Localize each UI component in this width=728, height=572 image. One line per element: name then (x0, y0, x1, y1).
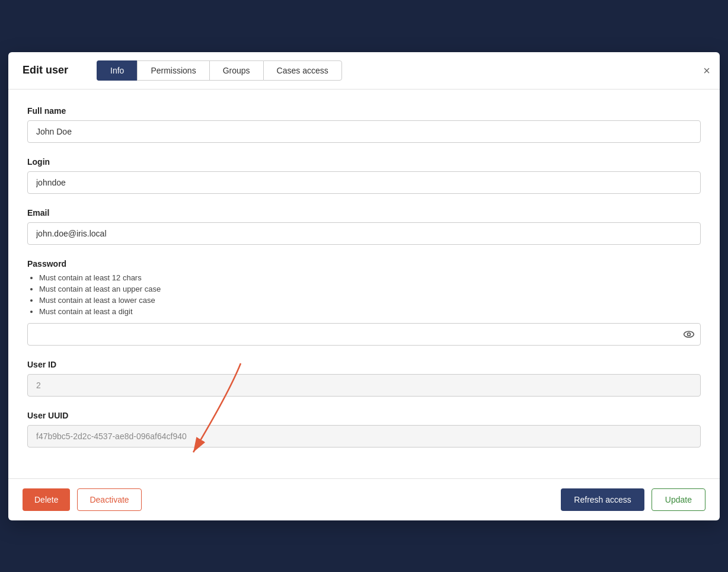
password-group: Password Must contain at least 12 chars … (27, 259, 701, 346)
close-button[interactable]: × (703, 65, 710, 76)
svg-point-1 (688, 333, 691, 335)
footer-right: Refresh access Update (561, 488, 705, 511)
delete-button[interactable]: Delete (23, 488, 70, 511)
password-wrapper (27, 323, 701, 346)
user-id-label: User ID (27, 360, 701, 369)
deactivate-button[interactable]: Deactivate (77, 488, 141, 511)
password-rule-4: Must contain at least a digit (39, 307, 701, 316)
modal-overlay: Edit user Info Permissions Groups Cases … (0, 0, 728, 572)
tabs: Info Permissions Groups Cases access (97, 60, 342, 81)
user-uuid-label: User UUID (27, 411, 701, 420)
modal-body: Full name Login Email Password Must cont… (8, 90, 720, 478)
login-input[interactable] (27, 171, 701, 194)
login-label: Login (27, 157, 701, 167)
password-input[interactable] (27, 323, 701, 346)
email-label: Email (27, 208, 701, 218)
email-input[interactable] (27, 222, 701, 245)
user-uuid-group: User UUID (27, 411, 701, 448)
tab-groups[interactable]: Groups (209, 60, 263, 81)
refresh-access-button[interactable]: Refresh access (561, 488, 644, 511)
full-name-input[interactable] (27, 120, 701, 143)
full-name-label: Full name (27, 106, 701, 116)
tab-info[interactable]: Info (97, 60, 137, 81)
password-rule-2: Must contain at least an upper case (39, 285, 701, 293)
user-id-input (27, 374, 701, 397)
edit-user-modal: Edit user Info Permissions Groups Cases … (8, 52, 720, 520)
login-group: Login (27, 157, 701, 194)
tab-permissions[interactable]: Permissions (137, 60, 209, 81)
update-button[interactable]: Update (652, 488, 705, 511)
email-group: Email (27, 208, 701, 245)
tab-cases-access[interactable]: Cases access (263, 60, 342, 81)
password-rule-1: Must contain at least 12 chars (39, 273, 701, 282)
password-rules: Must contain at least 12 chars Must cont… (27, 273, 701, 316)
password-rule-3: Must contain at least a lower case (39, 296, 701, 305)
svg-point-0 (684, 331, 694, 337)
modal-title: Edit user (23, 64, 68, 76)
modal-header: Edit user Info Permissions Groups Cases … (8, 52, 720, 90)
toggle-password-button[interactable] (683, 328, 695, 340)
eye-icon (683, 328, 695, 340)
footer-left: Delete Deactivate (23, 488, 142, 511)
user-uuid-input (27, 425, 701, 448)
password-label: Password (27, 259, 701, 269)
full-name-group: Full name (27, 106, 701, 143)
modal-footer: Delete Deactivate Refresh access Update (8, 478, 720, 520)
user-id-group: User ID (27, 360, 701, 397)
